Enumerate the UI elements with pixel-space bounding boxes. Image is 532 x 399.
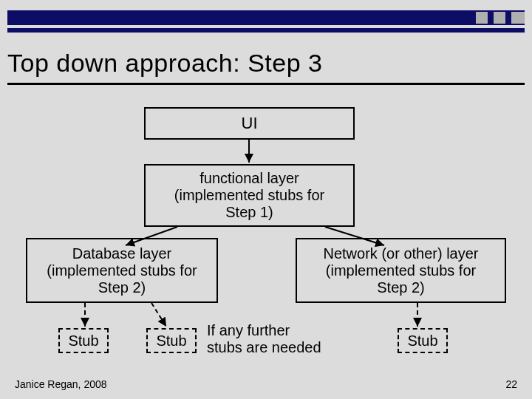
box-database-layer: Database layer (implemented stubs for St…	[26, 238, 218, 303]
box-ui-label: UI	[242, 114, 258, 132]
box-stub3-label: Stub	[407, 332, 437, 349]
box-ui: UI	[144, 107, 355, 140]
footer-page-number: 22	[505, 378, 517, 390]
box-database-label: Database layer (implemented stubs for St…	[47, 245, 197, 296]
slide: Top down approach: Step 3 UI functional …	[0, 0, 532, 399]
box-stub-2: Stub	[146, 328, 197, 353]
box-network-label: Network (or other) layer (implemented st…	[323, 245, 478, 296]
note-text: If any further stubs are needed	[207, 322, 321, 356]
bar-thin	[7, 28, 525, 33]
footer-author: Janice Regan, 2008	[15, 378, 107, 390]
bar-notch-icon	[474, 10, 489, 25]
box-functional-layer: functional layer (implemented stubs for …	[144, 164, 355, 227]
slide-title: Top down approach: Step 3	[7, 49, 322, 78]
bar-notch-icon	[492, 10, 507, 25]
box-functional-label: functional layer (implemented stubs for …	[174, 170, 324, 221]
decorative-top-bar	[7, 10, 525, 33]
bar-notch-icon	[510, 10, 525, 25]
title-underline	[7, 83, 525, 85]
note-label: If any further stubs are needed	[207, 322, 321, 355]
box-network-layer: Network (or other) layer (implemented st…	[296, 238, 506, 303]
box-stub-1: Stub	[58, 328, 109, 353]
box-stub-3: Stub	[398, 328, 448, 353]
box-stub1-label: Stub	[68, 332, 98, 349]
box-stub2-label: Stub	[156, 332, 186, 349]
bar-thick	[7, 10, 525, 25]
svg-line-4	[151, 303, 166, 327]
